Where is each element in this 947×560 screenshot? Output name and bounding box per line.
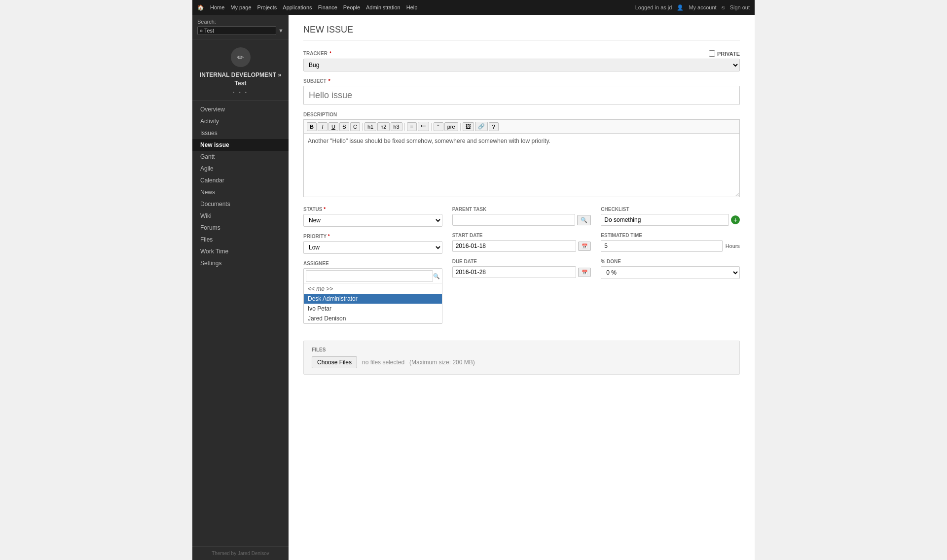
nav-home[interactable]: Home (210, 4, 224, 10)
blockquote-button[interactable]: " (434, 122, 443, 131)
pre-button[interactable]: pre (444, 122, 458, 131)
no-files-text: no files selected (362, 359, 404, 366)
assignee-ivo-petar[interactable]: Ivo Petar (304, 304, 442, 314)
strikethrough-button[interactable]: S (339, 122, 349, 131)
nav-mypage[interactable]: My page (230, 4, 251, 10)
sidebar-item-activity[interactable]: Activity (192, 115, 289, 127)
sidebar-item-files[interactable]: Files (192, 234, 289, 245)
page-title: NEW ISSUE (303, 25, 740, 40)
underline-button[interactable]: U (328, 122, 338, 131)
help-button[interactable]: ? (489, 122, 499, 131)
private-checkbox[interactable] (709, 50, 715, 57)
estimated-time-input[interactable] (601, 240, 722, 252)
tracker-section: TRACKER * PRIVATE Bug Feature (303, 50, 740, 71)
sidebar-item-issues[interactable]: Issues (192, 127, 289, 139)
assignee-desk-admin[interactable]: Desk Administrator (304, 294, 442, 304)
percent-done-field: % DONE 0 % 10 % 20 % 30 % 40 % 50 % 60 %… (601, 259, 740, 279)
start-date-field: START DATE 📅 (452, 233, 591, 252)
subject-section: SUBJECT * (303, 78, 740, 105)
status-field: STATUS * New In Progress Resolved Closed (303, 207, 442, 227)
sidebar-item-new-issue[interactable]: New issue (192, 139, 289, 151)
subject-required: * (328, 78, 330, 84)
nav-administration[interactable]: Administration (366, 4, 401, 10)
search-input[interactable] (197, 26, 276, 35)
due-date-calendar-button[interactable]: 📅 (578, 268, 591, 277)
sidebar-item-overview[interactable]: Overview (192, 104, 289, 115)
ul-button[interactable]: ≡ (407, 122, 417, 131)
status-select[interactable]: New In Progress Resolved Closed (303, 214, 442, 227)
estimated-time-row: Hours (601, 240, 740, 252)
checklist-label: CHECKLIST (601, 207, 740, 212)
parent-task-search-button[interactable]: 🔍 (577, 215, 591, 225)
due-date-input[interactable] (452, 266, 577, 278)
sidebar-item-worktime[interactable]: Work Time (192, 245, 289, 257)
description-textarea[interactable]: Another "Hello" issue should be fixed so… (303, 133, 740, 197)
nav-people[interactable]: People (343, 4, 360, 10)
tracker-select[interactable]: Bug Feature Task Support (303, 59, 740, 71)
parent-task-input[interactable] (452, 214, 576, 226)
sidebar-nav: Overview Activity Issues New issue Gantt… (192, 101, 289, 546)
form-three-col: STATUS * New In Progress Resolved Closed (303, 207, 740, 331)
toolbar-separator-3 (431, 123, 432, 131)
h2-button[interactable]: h2 (377, 122, 389, 131)
start-date-calendar-button[interactable]: 📅 (578, 242, 591, 251)
checklist-add-button[interactable]: + (731, 215, 740, 224)
assignee-search-input[interactable] (306, 270, 433, 282)
form-col-1: STATUS * New In Progress Resolved Closed (303, 207, 442, 331)
checklist-field: CHECKLIST + (601, 207, 740, 226)
h3-button[interactable]: h3 (391, 122, 402, 131)
nav-help[interactable]: Help (406, 4, 418, 10)
toolbar-separator-1 (362, 123, 363, 131)
h1-button[interactable]: h1 (364, 122, 376, 131)
subject-label: SUBJECT (303, 78, 327, 84)
tracker-label: TRACKER (303, 51, 328, 56)
parent-task-field: PARENT TASK 🔍 (452, 207, 591, 226)
sidebar-item-gantt[interactable]: Gantt (192, 151, 289, 163)
start-date-label: START DATE (452, 233, 591, 238)
sidebar-item-forums[interactable]: Forums (192, 222, 289, 234)
checklist-input[interactable] (601, 214, 729, 226)
sign-out-link[interactable]: Sign out (730, 4, 750, 10)
choose-files-button[interactable]: Choose Files (312, 356, 357, 368)
nav-projects[interactable]: Projects (257, 4, 277, 10)
nav-applications[interactable]: Applications (283, 4, 312, 10)
files-title: FILES (312, 347, 731, 352)
sidebar-item-calendar[interactable]: Calendar (192, 175, 289, 186)
subject-input[interactable] (303, 86, 740, 105)
top-nav: 🏠 Home My page Projects Applications Fin… (192, 0, 755, 15)
sidebar-item-settings[interactable]: Settings (192, 257, 289, 269)
tracker-required: * (329, 51, 331, 56)
sidebar-item-documents[interactable]: Documents (192, 198, 289, 210)
start-date-input[interactable] (452, 240, 577, 252)
description-section: DESCRIPTION B I U S C h1 h2 h3 ≡ (303, 112, 740, 199)
assignee-search-box: 🔍 << me >> Desk Administrator Ivo Petar … (303, 268, 442, 324)
search-arrow-icon[interactable]: ▼ (278, 28, 284, 34)
start-date-row: 📅 (452, 240, 591, 252)
checklist-row: + (601, 214, 740, 226)
private-checkbox-label: PRIVATE (709, 50, 740, 57)
due-date-label: DUE DATE (452, 259, 591, 264)
percent-done-select[interactable]: 0 % 10 % 20 % 30 % 40 % 50 % 60 % 70 % 8… (601, 266, 740, 279)
files-section: FILES Choose Files no files selected (Ma… (303, 341, 740, 375)
nav-finance[interactable]: Finance (318, 4, 337, 10)
priority-select[interactable]: Low Normal High Urgent Immediate (303, 241, 442, 254)
assignee-jared-denison[interactable]: Jared Denison (304, 314, 442, 323)
assignee-container: 🔍 << me >> Desk Administrator Ivo Petar … (303, 268, 442, 324)
my-account-link[interactable]: My account (689, 4, 716, 10)
ol-button[interactable]: ≔ (418, 122, 429, 131)
estimated-time-unit: Hours (726, 243, 740, 249)
assignee-search-icon: 🔍 (433, 273, 440, 280)
parent-task-row: 🔍 (452, 214, 591, 226)
sidebar-item-news[interactable]: News (192, 186, 289, 198)
priority-label: PRIORITY * (303, 234, 442, 239)
form-col-2: PARENT TASK 🔍 START DATE 📅 (452, 207, 591, 331)
link-button[interactable]: 🔗 (475, 122, 488, 131)
image-button[interactable]: 🖼 (463, 122, 474, 131)
italic-button[interactable]: I (318, 122, 328, 131)
bold-button[interactable]: B (307, 122, 317, 131)
sidebar-item-agile[interactable]: Agile (192, 163, 289, 175)
sidebar-item-wiki[interactable]: Wiki (192, 210, 289, 222)
assignee-me-option[interactable]: << me >> (304, 284, 442, 294)
home-icon: 🏠 (197, 4, 204, 11)
code-button[interactable]: C (350, 122, 360, 131)
